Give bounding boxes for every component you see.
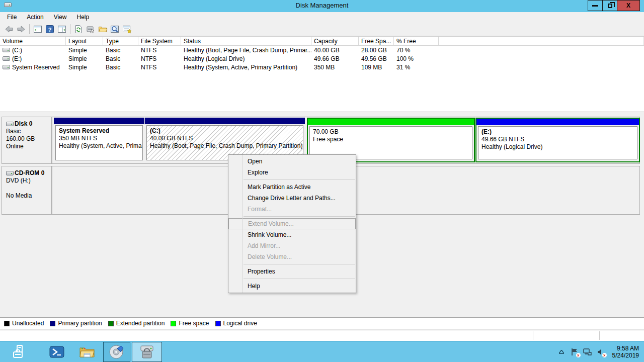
primary-partition-swatch: [50, 321, 55, 326]
pane-splitter[interactable]: [0, 112, 644, 115]
legend-primary-partition: Primary partition: [50, 320, 102, 327]
menu-item-delete-volume: Delete Volume...: [228, 251, 356, 262]
restore-icon: [608, 4, 612, 8]
menu-item-shrink-volume[interactable]: Shrink Volume...: [228, 229, 356, 240]
server-manager-button[interactable]: [7, 342, 32, 362]
muted-badge: [602, 353, 607, 357]
volume-icon: [3, 48, 10, 52]
menu-separator: [244, 216, 355, 217]
window-title: Disk Management: [0, 2, 644, 9]
logical-drive-color-bar: [476, 119, 639, 125]
free-space-color-bar: [308, 119, 474, 125]
column-header-pct-free[interactable]: % Free: [394, 37, 439, 45]
free-space-swatch: [171, 321, 176, 326]
add-snap-in-icon[interactable]: [121, 23, 133, 35]
title-bar: Disk Management X: [0, 0, 644, 12]
primary-partition-color-bar: [54, 118, 144, 124]
show-console-tree-icon[interactable]: [32, 23, 44, 35]
back-icon[interactable]: [3, 23, 15, 35]
minimize-button[interactable]: [588, 0, 603, 11]
disk-icon: [6, 122, 14, 126]
taskbar-clock[interactable]: 9:58 AM 5/24/2019: [609, 345, 642, 359]
column-header-free-space[interactable]: Free Spa...: [359, 37, 394, 45]
forward-icon[interactable]: [15, 23, 27, 35]
context-menu: Open Explore Mark Partition as Active Ch…: [228, 154, 356, 293]
legend-bar: Unallocated Primary partition Extended p…: [0, 317, 644, 329]
svg-text:?: ?: [48, 26, 52, 32]
minimize-icon: [592, 5, 598, 7]
show-hidden-icons-button[interactable]: [557, 347, 566, 356]
taskbar: 9:58 AM 5/24/2019: [0, 341, 644, 362]
disk-utility-button[interactable]: [103, 342, 130, 362]
legend-free-space: Free space: [171, 320, 209, 327]
toolbar: ?: [0, 22, 644, 36]
table-row-e[interactable]: (E:) Simple Basic NTFS Healthy (Logical …: [0, 54, 644, 63]
column-header-file-system[interactable]: File System: [138, 37, 181, 45]
column-header-layout[interactable]: Layout: [66, 37, 103, 45]
toolbar-separator: [70, 24, 70, 34]
volume-icon: [3, 56, 10, 61]
menu-item-format: Format...: [228, 204, 356, 215]
close-button[interactable]: X: [617, 0, 640, 11]
restore-button[interactable]: [602, 0, 617, 11]
menu-item-mark-partition-active[interactable]: Mark Partition as Active: [228, 182, 356, 193]
menu-separator: [244, 264, 355, 264]
status-bar-divider: [533, 331, 533, 340]
column-header-volume[interactable]: Volume: [0, 37, 66, 45]
help-icon[interactable]: ?: [44, 23, 56, 35]
powershell-icon: [49, 345, 64, 358]
column-header-capacity[interactable]: Capacity: [311, 37, 359, 45]
context-menu-gutter: [243, 155, 243, 293]
column-header-status[interactable]: Status: [181, 37, 311, 45]
menu-separator: [244, 279, 355, 279]
disk0-header-panel[interactable]: Disk 0 Basic 160.00 GB Online: [2, 117, 52, 164]
menu-item-add-mirror: Add Mirror...: [228, 240, 356, 251]
legend-logical-drive: Logical drive: [215, 320, 257, 327]
primary-partition-color-bar: [145, 118, 305, 124]
file-explorer-button[interactable]: [74, 342, 100, 362]
disk-management-button[interactable]: [132, 342, 162, 362]
cdrom-header-panel[interactable]: CD-ROM 0 DVD (H:) No Media: [2, 166, 52, 215]
action-center-flag-icon[interactable]: [570, 347, 579, 356]
legend-unallocated: Unallocated: [4, 320, 44, 327]
column-header-filler: [439, 37, 644, 45]
file-explorer-icon: [79, 345, 95, 358]
clock-time: 9:58 AM: [612, 345, 639, 352]
clock-date: 5/24/2019: [612, 352, 639, 359]
menu-item-extend-volume[interactable]: Extend Volume...: [228, 218, 356, 229]
menu-item-explore[interactable]: Explore: [228, 167, 356, 178]
table-row-c[interactable]: (C:) Simple Basic NTFS Healthy (Boot, Pa…: [0, 46, 644, 54]
find-icon[interactable]: [109, 23, 121, 35]
menu-view[interactable]: View: [49, 13, 72, 22]
menu-item-properties[interactable]: Properties: [228, 266, 356, 277]
system-tray: 9:58 AM 5/24/2019: [557, 341, 642, 362]
disk-utility-icon: [109, 344, 125, 359]
menu-item-help[interactable]: Help: [228, 281, 356, 292]
volume-icon: [3, 65, 10, 69]
extended-partition-swatch: [108, 321, 114, 326]
menu-bar: File Action View Help: [0, 12, 644, 22]
unallocated-swatch: [4, 321, 10, 326]
table-row-system-reserved[interactable]: System Reserved Simple Basic NTFS Health…: [0, 63, 644, 71]
volume-list-pane: Volume Layout Type File System Status Ca…: [0, 36, 644, 112]
menu-item-open[interactable]: Open: [228, 156, 356, 167]
menu-help[interactable]: Help: [72, 13, 95, 22]
network-icon[interactable]: [583, 347, 592, 356]
partition-e[interactable]: (E:) 49.66 GB NTFS Healthy (Logical Driv…: [475, 118, 640, 162]
column-header-type[interactable]: Type: [103, 37, 138, 45]
logical-drive-swatch: [215, 321, 221, 326]
menu-action[interactable]: Action: [22, 13, 48, 22]
error-badge: [576, 353, 581, 357]
show-action-pane-icon[interactable]: [56, 23, 68, 35]
menu-file[interactable]: File: [2, 13, 22, 22]
partition-system-reserved[interactable]: System Reserved 350 MB NTFS Healthy (Sys…: [54, 118, 144, 162]
menu-item-change-drive-letter[interactable]: Change Drive Letter and Paths...: [228, 193, 356, 204]
powershell-button[interactable]: [44, 342, 69, 362]
volume-muted-icon[interactable]: [596, 347, 605, 356]
toolbar-separator: [29, 24, 30, 34]
open-folder-icon[interactable]: [97, 23, 109, 35]
properties-icon[interactable]: [85, 23, 97, 35]
refresh-icon[interactable]: [72, 23, 85, 35]
status-bar-divider: [599, 331, 600, 340]
server-manager-icon: [12, 344, 27, 359]
